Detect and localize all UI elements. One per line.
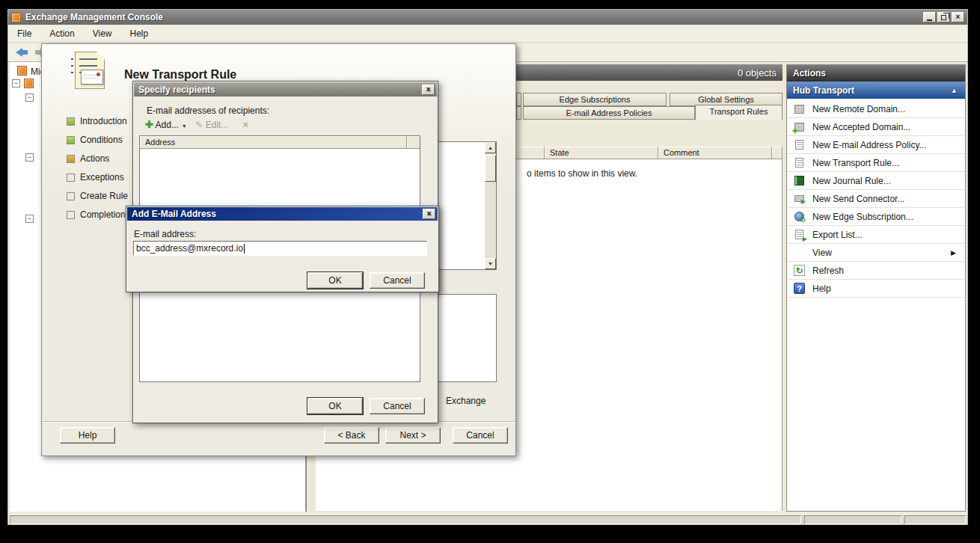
address-ok-button[interactable]: OK xyxy=(307,272,363,289)
recipients-list-header: Address xyxy=(140,136,420,149)
wizard-step-introduction[interactable]: Introduction xyxy=(67,116,127,126)
tree-node-icon xyxy=(24,79,34,88)
add-email-address-dialog: Add E-Mail Address × E-mail address: bcc… xyxy=(126,206,439,292)
wizard-description-fragment: Exchange xyxy=(446,396,486,406)
actions-pane-title: Actions xyxy=(787,65,965,82)
action-new-send-connector[interactable]: New Send Connector... xyxy=(787,190,965,208)
tab-edge-subscriptions[interactable]: Edge Subscriptions xyxy=(523,93,667,106)
email-address-value: bcc_address@mxrecord.io xyxy=(136,243,243,254)
email-address-policy-icon xyxy=(793,138,806,151)
wizard-step-conditions[interactable]: Conditions xyxy=(67,135,123,145)
delete-button[interactable]: × xyxy=(242,119,248,130)
action-view[interactable]: View ▶ xyxy=(787,244,965,262)
scroll-thumb[interactable] xyxy=(485,155,496,182)
action-new-journal-rule[interactable]: New Journal Rule... xyxy=(787,172,965,190)
tree-collapse-toggle[interactable]: − xyxy=(12,79,20,88)
column-header-comment[interactable]: Comment xyxy=(658,147,772,159)
email-address-label: E-mail address: xyxy=(134,229,196,239)
step-status-icon xyxy=(67,211,75,219)
tab-email-address-policies[interactable]: E-mail Address Policies xyxy=(523,106,695,120)
remote-domain-icon xyxy=(793,102,806,115)
action-new-edge-subscription[interactable]: New Edge Subscription... xyxy=(787,208,965,226)
journal-rule-icon xyxy=(793,174,806,187)
action-new-accepted-domain[interactable]: New Accepted Domain... xyxy=(787,118,965,136)
action-export-list[interactable]: Export List... xyxy=(787,226,965,244)
collapse-icon[interactable]: ▲ xyxy=(951,87,958,94)
wizard-next-button[interactable]: Next > xyxy=(385,427,441,444)
dialog-title: Specify recipients xyxy=(138,85,215,95)
close-button[interactable]: × xyxy=(422,85,435,95)
submenu-arrow-icon: ▶ xyxy=(951,249,956,257)
wizard-back-button[interactable]: < Back xyxy=(324,427,379,444)
menu-help[interactable]: Help xyxy=(121,26,158,41)
wizard-step-exceptions[interactable]: Exceptions xyxy=(67,172,124,182)
dropdown-arrow-icon: ▾ xyxy=(183,123,186,129)
recipients-cancel-button[interactable]: Cancel xyxy=(370,398,425,414)
edit-button[interactable]: ✎ Edit... xyxy=(195,120,228,130)
wizard-step-create-rule[interactable]: Create Rule xyxy=(67,191,128,201)
wizard-step-completion[interactable]: Completion xyxy=(67,209,126,220)
menu-bar: File Action View Help xyxy=(8,25,967,43)
menu-action[interactable]: Action xyxy=(40,26,83,41)
close-icon: × xyxy=(427,210,432,218)
tree-root-icon xyxy=(17,66,27,76)
menu-file[interactable]: File xyxy=(8,26,40,41)
status-bar xyxy=(10,514,967,524)
partial-tab[interactable] xyxy=(516,93,521,106)
minimize-button[interactable] xyxy=(923,12,936,22)
scrollbar[interactable]: ▲ ▼ xyxy=(485,142,496,269)
tab-transport-rules[interactable]: Transport Rules xyxy=(695,105,783,120)
add-button[interactable]: ✚ Add... ▾ xyxy=(145,119,186,130)
tree-collapse-toggle[interactable]: − xyxy=(25,215,34,223)
action-new-remote-domain[interactable]: New Remote Domain... xyxy=(787,100,965,118)
dialog-titlebar[interactable]: Add E-Mail Address × xyxy=(127,207,438,221)
address-column-header[interactable]: Address xyxy=(140,136,407,149)
wizard-help-button[interactable]: Help xyxy=(60,427,115,444)
dialog-titlebar[interactable]: Specify recipients × xyxy=(134,82,437,96)
restore-button[interactable] xyxy=(937,12,950,22)
accepted-domain-icon xyxy=(793,120,806,133)
address-cancel-button[interactable]: Cancel xyxy=(370,272,425,289)
minimize-icon xyxy=(927,19,932,21)
wizard-cancel-button[interactable]: Cancel xyxy=(453,427,508,444)
help-icon: ? xyxy=(793,282,806,295)
recipients-toolbar: ✚ Add... ▾ ✎ Edit... × xyxy=(145,119,248,130)
partial-tab[interactable] xyxy=(516,106,521,120)
menu-view[interactable]: View xyxy=(84,26,121,41)
transport-rule-wizard-icon xyxy=(72,52,109,93)
scroll-down-icon[interactable]: ▼ xyxy=(485,258,496,269)
action-new-transport-rule[interactable]: New Transport Rule... xyxy=(787,154,965,172)
action-refresh[interactable]: ↻ Refresh xyxy=(787,262,965,280)
action-help[interactable]: ? Help xyxy=(787,280,965,298)
dialog-title: Add E-Mail Address xyxy=(132,209,216,219)
step-status-icon xyxy=(67,117,75,126)
restore-icon xyxy=(941,15,946,20)
objects-count: 0 objects xyxy=(738,67,777,79)
exchange-app-icon xyxy=(11,13,21,22)
window-titlebar[interactable]: Exchange Management Console × xyxy=(8,10,967,25)
action-new-email-address-policy[interactable]: New E-mail Address Policy... xyxy=(787,136,965,154)
wizard-step-actions[interactable]: Actions xyxy=(67,153,109,164)
column-header-state[interactable]: State xyxy=(545,147,658,159)
tree-collapse-toggle[interactable]: − xyxy=(25,153,34,162)
hub-transport-group-header[interactable]: Hub Transport ▲ xyxy=(787,82,965,99)
window-title: Exchange Management Console xyxy=(25,12,163,22)
back-button[interactable] xyxy=(16,48,28,57)
email-address-input[interactable]: bcc_address@mxrecord.io xyxy=(133,241,427,256)
column-header-stub[interactable] xyxy=(772,147,783,159)
scroll-up-icon[interactable]: ▲ xyxy=(485,142,496,153)
empty-list-text: o items to show in this view. xyxy=(527,168,637,179)
close-icon: × xyxy=(956,13,961,21)
recipients-ok-button[interactable]: OK xyxy=(307,398,363,414)
actions-pane: Actions Hub Transport ▲ New Remote Domai… xyxy=(786,64,966,512)
refresh-icon: ↻ xyxy=(793,264,806,277)
close-button[interactable]: × xyxy=(423,209,435,219)
close-button[interactable]: × xyxy=(952,12,964,22)
delete-x-icon: × xyxy=(242,119,248,130)
step-status-icon xyxy=(67,192,75,200)
tree-collapse-toggle[interactable]: − xyxy=(25,93,34,102)
step-status-icon xyxy=(67,155,75,163)
edge-subscription-icon xyxy=(793,210,806,223)
step-status-icon xyxy=(67,136,75,144)
address-column-stub[interactable] xyxy=(407,136,420,149)
